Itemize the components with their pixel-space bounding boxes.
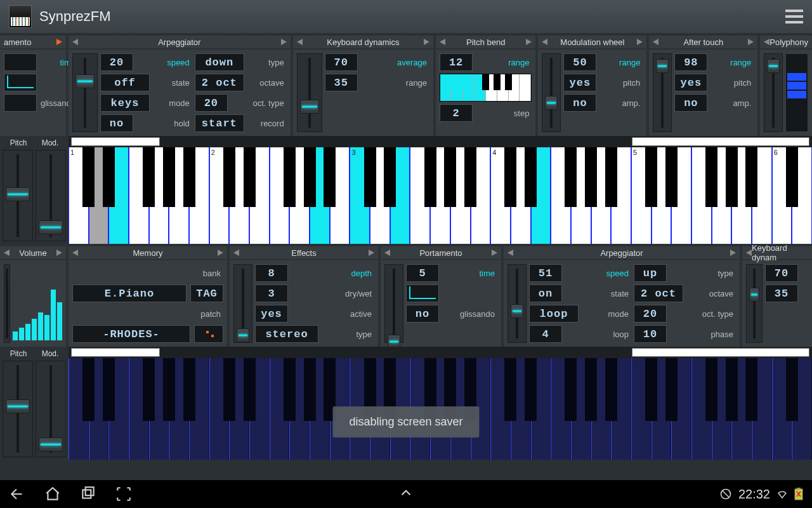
clock: 22:32 [738, 487, 770, 502]
screenshot-icon[interactable] [115, 486, 132, 502]
slider-portamento[interactable] [384, 264, 403, 343]
lcd-range[interactable]: 12 [440, 53, 473, 71]
lcd-range[interactable]: 98 [674, 53, 707, 71]
keyboard-main[interactable]: 123456 [69, 147, 812, 244]
svg-rect-4 [797, 488, 801, 489]
lcd-speed[interactable]: 51 [529, 264, 562, 282]
toast-message: disabling screen saver [332, 406, 479, 438]
slider-effects[interactable] [233, 264, 252, 343]
pitch-label: Pitch [3, 349, 34, 361]
arrow-right-icon[interactable] [748, 39, 754, 45]
lcd-value[interactable] [4, 53, 37, 71]
arrow-left-icon[interactable] [542, 39, 547, 45]
lcd-depth[interactable]: 8 [255, 264, 288, 282]
arrow-left-icon[interactable] [653, 39, 658, 45]
lcd-octtype[interactable]: 20 [634, 305, 667, 323]
lcd-type[interactable]: down [195, 53, 244, 71]
slider-kbdyn[interactable] [297, 53, 322, 132]
arrow-right-icon[interactable] [56, 39, 62, 45]
mod-slider[interactable] [36, 361, 66, 457]
arrow-right-icon[interactable] [730, 250, 736, 256]
android-nav-bar: 22:32 [0, 480, 812, 508]
lcd-state[interactable]: on [529, 284, 562, 302]
arrow-right-icon[interactable] [218, 250, 223, 256]
arrow-left-icon[interactable] [72, 39, 78, 45]
slider-aftertouch[interactable] [653, 53, 672, 132]
arrow-right-icon[interactable] [369, 250, 374, 256]
recent-icon[interactable] [80, 486, 96, 502]
lcd-step[interactable]: 2 [440, 104, 473, 122]
panel-title: Keyboard dynam [752, 243, 808, 262]
lcd-type[interactable]: stereo [255, 325, 318, 343]
lcd-loop[interactable]: 4 [529, 325, 562, 343]
lcd-amp[interactable]: no [674, 94, 707, 112]
pitch-label: Pitch [3, 138, 34, 150]
lcd-range[interactable]: 35 [325, 74, 358, 91]
panel-title: Pitch bend [466, 37, 505, 47]
lcd-hold[interactable]: no [100, 114, 133, 132]
lcd-mode[interactable]: loop [529, 305, 579, 323]
lcd-glissando[interactable]: no [406, 305, 439, 323]
arrow-left-icon[interactable] [746, 250, 752, 256]
lcd-bank[interactable]: E.Piano [72, 284, 187, 302]
lcd-state[interactable]: off [100, 74, 150, 91]
lcd-average[interactable]: 70 [325, 53, 358, 71]
keyboard-minimap[interactable] [69, 136, 812, 147]
pitch-slider[interactable] [3, 150, 33, 241]
arrow-left-icon[interactable] [384, 250, 390, 256]
arrow-left-icon[interactable] [440, 39, 445, 45]
lcd-octave[interactable]: 2 oct [195, 74, 244, 91]
lcd-drywet[interactable]: 3 [255, 284, 288, 302]
arrow-left-icon[interactable] [72, 250, 78, 256]
slider-arp2[interactable] [508, 264, 527, 343]
lcd-pitch[interactable]: yes [563, 74, 596, 91]
lcd-average[interactable]: 70 [765, 264, 798, 282]
arrow-right-icon[interactable] [56, 250, 62, 256]
lcd-octave[interactable]: 2 oct [634, 284, 683, 302]
back-icon[interactable] [9, 486, 25, 502]
arrow-left-icon[interactable] [4, 250, 10, 256]
arrow-left-icon[interactable] [764, 39, 769, 45]
arrow-left-icon[interactable] [508, 250, 513, 256]
battery-icon [794, 488, 803, 500]
svg-rect-1 [86, 487, 94, 495]
keyboard-minimap[interactable] [69, 347, 812, 358]
lcd-time[interactable]: 5 [406, 264, 439, 282]
arrow-right-icon[interactable] [526, 39, 532, 45]
mod-slider[interactable] [36, 150, 66, 241]
menu-icon[interactable] [785, 10, 803, 23]
lcd-mode[interactable]: keys [100, 94, 150, 112]
mod-label: Mod. [34, 349, 66, 361]
mod-label: Mod. [34, 138, 66, 150]
lcd-octtype[interactable]: 20 [195, 94, 228, 112]
lcd-pitch[interactable]: yes [674, 74, 707, 91]
lcd-tag[interactable]: TAG [190, 284, 223, 302]
arrow-right-icon[interactable] [492, 250, 497, 256]
arrow-right-icon[interactable] [424, 39, 429, 45]
slider-modwheel[interactable] [542, 53, 561, 132]
lcd-amp[interactable]: no [563, 94, 596, 112]
arrow-right-icon[interactable] [281, 39, 287, 45]
arrow-left-icon[interactable] [233, 250, 239, 256]
slider-arp[interactable] [72, 53, 98, 132]
lcd-type[interactable]: up [634, 264, 667, 282]
lcd-phase[interactable]: 10 [634, 325, 667, 343]
slider-polyphony[interactable] [764, 53, 783, 132]
arrow-right-icon[interactable] [637, 39, 643, 45]
lcd-range[interactable]: 35 [765, 284, 798, 302]
lcd-active[interactable]: yes [255, 305, 288, 323]
lcd-value[interactable] [4, 94, 37, 112]
lcd-patch[interactable]: -RHODES- [72, 325, 190, 343]
home-icon[interactable] [44, 486, 61, 502]
patch-indicator[interactable] [194, 325, 223, 343]
panel-title: amento [4, 37, 31, 47]
mini-keyboard[interactable] [440, 74, 532, 102]
lcd-speed[interactable]: 20 [100, 53, 133, 71]
lcd-record[interactable]: start [195, 114, 244, 132]
pitch-slider[interactable] [3, 361, 33, 457]
lcd-range[interactable]: 50 [563, 53, 596, 71]
arrow-left-icon[interactable] [297, 39, 303, 45]
slider-kbdyn2[interactable] [746, 264, 763, 343]
chevron-up-icon[interactable] [398, 485, 414, 501]
slider-volume[interactable] [4, 264, 10, 343]
